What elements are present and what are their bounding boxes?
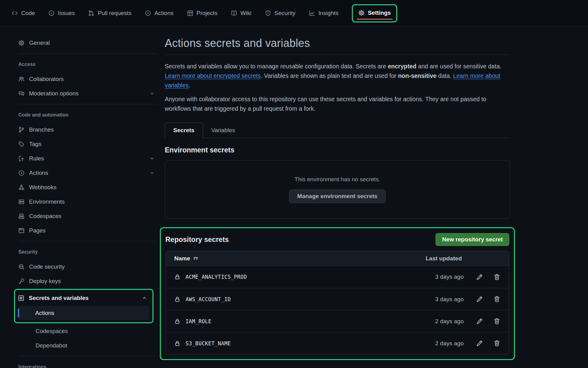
tab-label: Security (274, 10, 296, 17)
sidebar-section-integrations: Integrations (18, 360, 157, 368)
tag-icon (18, 141, 24, 147)
book-icon (231, 10, 237, 16)
codespaces-icon (18, 213, 24, 219)
sidebar-divider (18, 356, 157, 356)
sidebar-item-branches[interactable]: Branches (18, 122, 157, 137)
project-table-icon (187, 10, 193, 16)
secret-row: IAM_ROLE 2 days ago (166, 310, 509, 332)
delete-trash-icon[interactable] (493, 318, 500, 325)
intro-bold-non-sensitive: non-sensitive (398, 72, 437, 79)
manage-environment-secrets-button[interactable]: Manage environment secrets (289, 190, 386, 203)
edit-pencil-icon[interactable] (476, 296, 483, 303)
sidebar-item-deploy-keys[interactable]: Deploy keys (18, 274, 157, 288)
lock-icon (174, 274, 180, 280)
table-header-row: Name Last updated (166, 251, 509, 266)
name-column-sort-header[interactable]: Name (174, 255, 199, 262)
intro-text: . (189, 82, 190, 89)
tab-actions[interactable]: Actions (145, 10, 173, 17)
secret-name: IAM_ROLE (186, 318, 211, 324)
sidebar-item-rules[interactable]: Rules (18, 151, 157, 166)
tab-label: Actions (154, 10, 173, 17)
tab-code[interactable]: Code (12, 10, 35, 17)
sidebar-item-label: Secrets and variables (29, 295, 89, 301)
settings-sidebar: General Access Collaborators Moderation … (0, 26, 161, 368)
new-repository-secret-button[interactable]: New repository secret (435, 233, 509, 246)
tab-label: Wiki (240, 10, 251, 17)
title-divider (165, 55, 510, 55)
delete-trash-icon[interactable] (493, 296, 500, 303)
sidebar-item-label: General (29, 40, 50, 46)
repository-secrets-highlight-box: Repository secrets New repository secret… (160, 227, 515, 360)
sidebar-item-tags[interactable]: Tags (18, 137, 157, 151)
sidebar-item-label: Pages (29, 227, 46, 234)
sidebar-item-label: Environments (29, 198, 65, 205)
browser-icon (18, 228, 24, 234)
sidebar-item-code-security[interactable]: Code security (18, 259, 157, 274)
sidebar-section-code-and-automation: Code and automation (18, 108, 157, 122)
secret-last-updated: 2 days ago (435, 340, 464, 347)
tab-issues[interactable]: Issues (48, 10, 75, 17)
delete-trash-icon[interactable] (493, 340, 500, 347)
secret-last-updated: 3 days ago (435, 296, 464, 303)
sidebar-item-label: Branches (29, 126, 54, 133)
tab-settings[interactable]: Settings (358, 10, 391, 16)
tab-label: Issues (58, 10, 75, 17)
webhook-icon (18, 184, 24, 190)
sidebar-subitem-codespaces[interactable]: Codespaces (18, 324, 157, 338)
sidebar-item-actions[interactable]: Actions (18, 166, 157, 180)
sidebar-subitem-actions[interactable]: Actions (18, 306, 149, 320)
sidebar-item-collaborators[interactable]: Collaborators (18, 72, 157, 86)
chevron-down-icon (149, 91, 155, 96)
tab-label: Pull requests (98, 10, 131, 17)
sidebar-item-general[interactable]: General (18, 36, 157, 50)
tab-security[interactable]: Security (265, 10, 296, 17)
encrypted-secrets-link[interactable]: Learn more about encrypted secrets (165, 72, 261, 79)
sidebar-item-label: Deploy keys (29, 278, 61, 285)
sidebar-item-label: Collaborators (29, 76, 64, 82)
environment-secrets-heading: Environment secrets (165, 146, 510, 154)
edit-pencil-icon[interactable] (476, 274, 483, 281)
code-scan-icon (18, 264, 24, 270)
tab-projects[interactable]: Projects (187, 10, 218, 17)
sidebar-item-webhooks[interactable]: Webhooks (18, 180, 157, 194)
graph-icon (309, 10, 315, 16)
secrets-variables-tabs: Secrets Variables (165, 123, 510, 138)
sidebar-item-label: Tags (29, 141, 41, 148)
chevron-down-icon (149, 170, 155, 175)
code-icon (12, 10, 18, 16)
name-column-label: Name (174, 255, 190, 262)
secret-row: S3_BUCKET_NAME 2 days ago (166, 332, 509, 354)
repository-secrets-header: Repository secrets New repository secret (165, 233, 509, 246)
secret-name: S3_BUCKET_NAME (186, 340, 231, 347)
gear-icon (358, 10, 364, 16)
environment-secrets-empty-box: This environment has no secrets. Manage … (165, 160, 510, 219)
tab-secrets[interactable]: Secrets (165, 123, 203, 138)
sidebar-subitem-dependabot[interactable]: Dependabot (18, 338, 157, 353)
settings-tab-highlight-box: Settings (352, 4, 397, 22)
sidebar-item-pages[interactable]: Pages (18, 223, 157, 238)
tab-pull-requests[interactable]: Pull requests (88, 10, 131, 17)
delete-trash-icon[interactable] (493, 274, 500, 281)
chevron-up-icon (142, 295, 147, 301)
intro-paragraph: Secrets and variables allow you to manag… (165, 62, 510, 90)
secret-name: AWS_ACCOUNT_ID (186, 296, 231, 302)
intro-text: data. (436, 72, 453, 79)
sidebar-divider (18, 241, 157, 241)
tab-label: Projects (197, 10, 218, 17)
sidebar-item-label: Actions (29, 170, 48, 176)
sidebar-item-secrets-and-variables[interactable]: Secrets and variables (18, 291, 149, 305)
edit-pencil-icon[interactable] (476, 340, 483, 347)
sidebar-item-environments[interactable]: Environments (18, 194, 157, 209)
issue-opened-icon (48, 10, 55, 16)
edit-pencil-icon[interactable] (476, 318, 483, 325)
tab-insights[interactable]: Insights (309, 10, 338, 17)
intro-text: . Variables are shown as plain text and … (261, 72, 398, 79)
tab-wiki[interactable]: Wiki (231, 10, 251, 17)
sidebar-item-codespaces[interactable]: Codespaces (18, 209, 157, 223)
fork-notice-paragraph: Anyone with collaborator access to this … (165, 94, 510, 113)
sidebar-section-security: Security (18, 245, 157, 259)
sidebar-item-moderation-options[interactable]: Moderation options (18, 86, 157, 101)
tab-variables[interactable]: Variables (203, 123, 243, 138)
sidebar-divider (18, 104, 157, 104)
gear-icon (18, 40, 24, 46)
